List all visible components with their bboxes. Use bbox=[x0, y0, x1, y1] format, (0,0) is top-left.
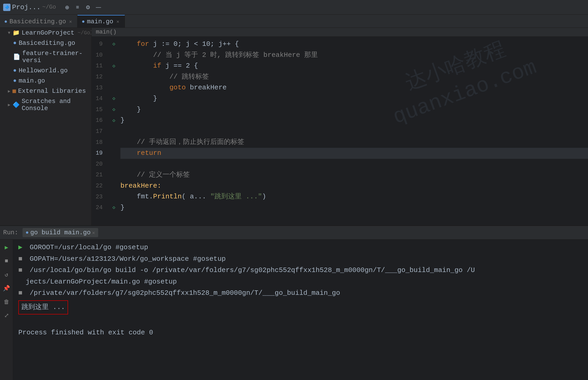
code-container[interactable]: 9 10 11 12 13 14 15 16 17 18 19 20 21 22… bbox=[92, 37, 588, 225]
console-line-highlight: 跳到这里 ... bbox=[18, 299, 583, 316]
editor-tabs: ● Basicediting.go ✕ ● main.go ✕ bbox=[0, 15, 588, 28]
code-line-17 bbox=[120, 126, 588, 137]
run-play-btn[interactable]: ▶ bbox=[2, 243, 11, 252]
ln-16: 16 bbox=[92, 115, 105, 126]
ln-12: 12 bbox=[92, 72, 105, 83]
expand-arrow-icon: ▼ bbox=[8, 31, 10, 35]
scratches-icon: 🔷 bbox=[13, 101, 20, 108]
app-container: 🔷 Proj... ~/Go ⊕ ≡ ⚙ — ● Basicediting.go… bbox=[0, 0, 588, 380]
gutter-16: ◇ bbox=[110, 115, 118, 126]
tab-main-close[interactable]: ✕ bbox=[115, 18, 120, 25]
code-line-24: } bbox=[120, 202, 588, 213]
line-numbers: 9 10 11 12 13 14 15 16 17 18 19 20 21 22… bbox=[92, 39, 110, 223]
main-area: ▼ 📁 LearnGoProject ~/Gol ● Basicediting.… bbox=[0, 28, 588, 225]
tab-basicediting-label: Basicediting.go bbox=[9, 18, 66, 25]
code-lines[interactable]: for j := 0; j < 10; j++ { // 当 j 等于 2 时,… bbox=[118, 39, 588, 223]
breadcrumb-text: main() bbox=[96, 29, 117, 35]
code-line-9: for j := 0; j < 10; j++ { bbox=[120, 39, 588, 50]
settings-button[interactable]: ⚙ bbox=[83, 3, 93, 12]
scratches-arrow-icon: ▶ bbox=[8, 102, 10, 107]
go-file-icon-2: ● bbox=[13, 67, 16, 74]
console-line-2: ■ GOPATH=/Users/a123123/Work/go_workspac… bbox=[18, 254, 583, 265]
project-icon: 🔷 bbox=[3, 4, 10, 11]
sidebar-item-basicediting[interactable]: ● Basicediting.go bbox=[0, 38, 91, 48]
sidebar-project-path: ~/Gol bbox=[77, 30, 92, 36]
console-highlight-text: 跳到这里 ... bbox=[18, 300, 68, 314]
editor-area: main() 9 10 11 12 13 14 15 16 17 18 19 2… bbox=[92, 28, 588, 225]
gutter-13 bbox=[110, 82, 118, 93]
code-line-18: // 手动返回，防止执行后面的标签 bbox=[120, 137, 588, 148]
tab-basicediting-icon: ● bbox=[4, 19, 7, 25]
tab-main[interactable]: ● main.go ✕ bbox=[77, 15, 125, 28]
run-expand-btn[interactable]: ⤢ bbox=[2, 311, 11, 320]
gutter-24: ◇ bbox=[110, 202, 118, 213]
ln-17: 17 bbox=[92, 126, 105, 137]
gutter-18 bbox=[110, 137, 118, 148]
sidebar-item-scratches[interactable]: ▶ 🔷 Scratches and Console bbox=[0, 96, 91, 113]
ln-13: 13 bbox=[92, 82, 105, 93]
code-line-22: breakHere: bbox=[120, 181, 588, 192]
ln-19: 19 bbox=[92, 148, 105, 159]
run-panel: Run: ● go build main.go ✕ ▶ ■ ↺ 📌 🗑 ⤢ ▶ bbox=[0, 225, 588, 380]
stop-icon-3: ■ bbox=[18, 266, 23, 274]
project-path: ~/Go bbox=[42, 4, 56, 10]
code-line-10: // 当 j 等于 2 时, 跳转到标签 breakHere 那里 bbox=[120, 50, 588, 61]
gutter-15: ◇ bbox=[110, 104, 118, 115]
sidebar-item-external[interactable]: ▶ ▦ External Libraries bbox=[0, 86, 91, 96]
run-left-bar: ▶ ■ ↺ 📌 🗑 ⤢ bbox=[0, 240, 13, 380]
run-tab-label: go build main.go bbox=[30, 229, 91, 236]
gutter-9: ◇ bbox=[110, 39, 118, 50]
console-line-1: ▶ GOROOT=/usr/local/go #gosetup bbox=[18, 242, 583, 253]
ln-18: 18 bbox=[92, 137, 105, 148]
code-line-13: goto breakHere bbox=[120, 82, 588, 93]
sidebar-item-project[interactable]: ▼ 📁 LearnGoProject ~/Gol bbox=[0, 28, 91, 38]
ln-22: 22 bbox=[92, 181, 105, 192]
ln-15: 15 bbox=[92, 104, 105, 115]
ext-icon: ▦ bbox=[13, 88, 16, 95]
sidebar-item-main[interactable]: ● main.go bbox=[0, 76, 91, 86]
stop-icon-2: ■ bbox=[18, 255, 23, 263]
go-file-icon-1: ● bbox=[13, 40, 16, 46]
console-line-4: jects/LearnGoProject/main.go #gosetup bbox=[18, 276, 583, 287]
gutter-11: ◇ bbox=[110, 61, 118, 72]
ln-11: 11 bbox=[92, 61, 105, 72]
gutter: ◇ ◇ ◇ ◇ ◇ ◇ bbox=[110, 39, 118, 223]
run-trash-btn[interactable]: 🗑 bbox=[2, 297, 11, 307]
tab-main-label: main.go bbox=[87, 18, 113, 25]
console-line-empty bbox=[18, 316, 583, 327]
minimize-button[interactable]: — bbox=[94, 3, 103, 12]
add-button[interactable]: ⊕ bbox=[62, 3, 72, 12]
code-line-20 bbox=[120, 159, 588, 170]
run-stop-btn[interactable]: ■ bbox=[2, 256, 11, 266]
gutter-14: ◇ bbox=[110, 93, 118, 104]
run-tab-main[interactable]: ● go build main.go ✕ bbox=[23, 228, 98, 237]
sidebar-external-label: External Libraries bbox=[18, 88, 86, 95]
console-line-3: ■ /usr/local/go/bin/go build -o /private… bbox=[18, 265, 583, 276]
play-icon: ▶ bbox=[18, 243, 23, 251]
ln-14: 14 bbox=[92, 93, 105, 104]
run-label: Run: bbox=[3, 229, 18, 236]
bookmark-button[interactable]: ≡ bbox=[73, 3, 82, 12]
ln-10: 10 bbox=[92, 50, 105, 61]
run-tabs: Run: ● go build main.go ✕ bbox=[0, 226, 588, 240]
run-pin-btn[interactable]: 📌 bbox=[2, 284, 11, 293]
sidebar-item-helloworld[interactable]: ● Helloworld.go bbox=[0, 66, 91, 76]
tab-basicediting[interactable]: ● Basicediting.go ✕ bbox=[0, 15, 77, 28]
run-tab-close[interactable]: ✕ bbox=[92, 230, 95, 236]
gutter-23 bbox=[110, 191, 118, 202]
ln-9: 9 bbox=[92, 39, 105, 50]
sidebar-item-feature[interactable]: 📄 feature-trainer-versi bbox=[0, 48, 91, 66]
stop-icon-5: ■ bbox=[18, 289, 23, 297]
feature-icon: 📄 bbox=[13, 53, 20, 61]
gutter-20 bbox=[110, 159, 118, 170]
tab-basicediting-close[interactable]: ✕ bbox=[68, 18, 73, 25]
code-line-15: } bbox=[120, 104, 588, 115]
sidebar-main-label: main.go bbox=[19, 77, 45, 84]
titlebar: 🔷 Proj... ~/Go ⊕ ≡ ⚙ — bbox=[0, 0, 588, 15]
folder-icon: 📁 bbox=[13, 29, 20, 36]
code-line-14: } bbox=[120, 93, 588, 104]
sidebar: ▼ 📁 LearnGoProject ~/Gol ● Basicediting.… bbox=[0, 28, 92, 225]
run-rerun-btn[interactable]: ↺ bbox=[2, 270, 11, 279]
go-file-icon-3: ● bbox=[13, 78, 16, 84]
project-title[interactable]: 🔷 Proj... ~/Go bbox=[3, 3, 56, 11]
